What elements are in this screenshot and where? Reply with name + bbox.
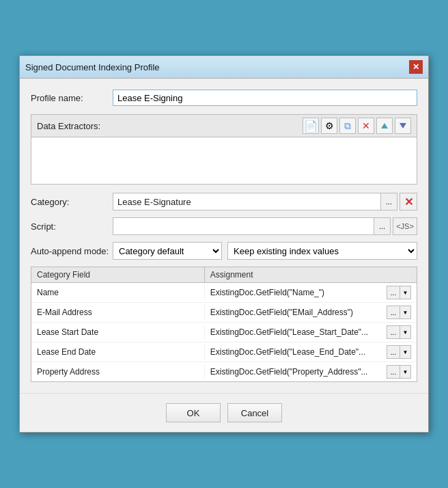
category-browse-button[interactable]: ...	[380, 193, 397, 210]
delete-icon: ✕	[362, 120, 370, 131]
dialog-footer: OK Cancel	[20, 393, 428, 432]
clear-icon: ✕	[404, 195, 413, 208]
field-assign-drop-2[interactable]: ▼	[400, 325, 411, 339]
edit-extractor-button[interactable]: ⚙	[321, 118, 337, 134]
field-assign-drop-0[interactable]: ▼	[400, 286, 411, 299]
table-row: Lease End Date ExistingDoc.GetField("Lea…	[31, 342, 417, 362]
profile-name-row: Profile name:	[31, 90, 417, 106]
ok-button[interactable]: OK	[166, 403, 221, 422]
data-extractors-section: Data Extractors: 📄 ⚙ ⧉ ✕	[31, 114, 417, 185]
field-name-1: E-Mail Address	[31, 305, 205, 320]
field-name-0: Name	[31, 285, 205, 300]
table-row: Name ExistingDoc.GetField("Name_") ... ▼	[31, 283, 417, 303]
table-row: Lease Start Date ExistingDoc.GetField("L…	[31, 323, 417, 342]
profile-name-label: Profile name:	[31, 93, 113, 103]
move-down-button[interactable]	[395, 118, 411, 134]
script-edit-button[interactable]: <JS>	[393, 217, 417, 235]
new-icon: 📄	[304, 120, 318, 133]
move-up-button[interactable]	[376, 118, 393, 134]
script-row: Script: ... <JS>	[31, 217, 417, 235]
extractors-list	[31, 137, 417, 185]
field-assign-text-2: ExistingDoc.GetField("Lease_Start_Date".…	[210, 327, 387, 337]
script-input-wrap: ...	[113, 217, 391, 235]
close-button[interactable]: ✕	[409, 60, 423, 74]
delete-extractor-button[interactable]: ✕	[358, 118, 374, 134]
table-row: Property Address ExistingDoc.GetField("P…	[31, 362, 417, 381]
dialog-title: Signed Document Indexing Profile	[25, 62, 160, 72]
category-input-wrap: Lease E-Signature ...	[113, 193, 397, 211]
extractors-header: Data Extractors: 📄 ⚙ ⧉ ✕	[31, 114, 417, 137]
gear-icon: ⚙	[325, 120, 334, 131]
fields-table-header: Category Field Assignment	[31, 267, 417, 283]
down-arrow-icon	[400, 123, 406, 128]
fields-table: Category Field Assignment Name ExistingD…	[31, 267, 417, 382]
field-assign-browse-3[interactable]: ...	[387, 345, 400, 359]
field-assign-browse-2[interactable]: ...	[387, 325, 400, 339]
title-bar: Signed Document Indexing Profile ✕	[20, 56, 428, 79]
field-assign-0: ExistingDoc.GetField("Name_") ... ▼	[205, 283, 417, 302]
dialog-content: Profile name: Data Extractors: 📄 ⚙ ⧉	[20, 79, 428, 393]
field-assign-text-0: ExistingDoc.GetField("Name_")	[210, 288, 387, 297]
field-assign-1: ExistingDoc.GetField("EMail_Address") ..…	[205, 303, 417, 322]
field-assign-2: ExistingDoc.GetField("Lease_Start_Date".…	[205, 323, 417, 342]
field-assign-drop-3[interactable]: ▼	[400, 345, 411, 359]
new-extractor-button[interactable]: 📄	[303, 118, 319, 134]
field-assign-text-4: ExistingDoc.GetField("Property_Address".…	[210, 367, 387, 377]
field-assign-3: ExistingDoc.GetField("Lease_End_Date"...…	[205, 342, 417, 362]
col-header-field: Category Field	[31, 267, 205, 282]
field-assign-drop-4[interactable]: ▼	[400, 365, 411, 379]
field-assign-text-1: ExistingDoc.GetField("EMail_Address")	[210, 308, 387, 317]
field-assign-browse-4[interactable]: ...	[387, 365, 400, 379]
field-assign-browse-1[interactable]: ...	[387, 306, 400, 319]
extractors-label: Data Extractors:	[37, 121, 100, 131]
field-name-2: Lease Start Date	[31, 325, 205, 340]
cancel-button[interactable]: Cancel	[227, 403, 282, 422]
category-label: Category:	[31, 197, 113, 207]
col-header-assignment: Assignment	[205, 267, 417, 282]
field-assign-drop-1[interactable]: ▼	[400, 306, 411, 319]
dialog-window: Signed Document Indexing Profile ✕ Profi…	[19, 55, 429, 433]
profile-name-input[interactable]	[113, 90, 417, 106]
auto-append-select1[interactable]: Category default	[113, 242, 222, 260]
field-assign-text-3: ExistingDoc.GetField("Lease_End_Date"...	[210, 347, 387, 357]
auto-append-row: Auto-append mode: Category default Keep …	[31, 242, 417, 260]
category-clear-button[interactable]: ✕	[400, 193, 417, 211]
field-assign-4: ExistingDoc.GetField("Property_Address".…	[205, 362, 417, 381]
field-name-4: Property Address	[31, 364, 205, 379]
copy-icon: ⧉	[344, 120, 351, 132]
table-row: E-Mail Address ExistingDoc.GetField("EMa…	[31, 303, 417, 323]
field-name-3: Lease End Date	[31, 344, 205, 360]
category-row: Category: Lease E-Signature ... ✕	[31, 193, 417, 211]
copy-extractor-button[interactable]: ⧉	[339, 118, 356, 134]
extractor-toolbar: 📄 ⚙ ⧉ ✕	[303, 118, 411, 134]
script-label: Script:	[31, 221, 113, 232]
field-assign-browse-0[interactable]: ...	[387, 286, 400, 299]
auto-append-select2[interactable]: Keep existing index values	[227, 242, 417, 260]
category-value: Lease E-Signature	[113, 197, 380, 207]
up-arrow-icon	[381, 123, 388, 128]
script-browse-button[interactable]: ...	[374, 218, 390, 234]
auto-append-label: Auto-append mode:	[31, 246, 113, 256]
